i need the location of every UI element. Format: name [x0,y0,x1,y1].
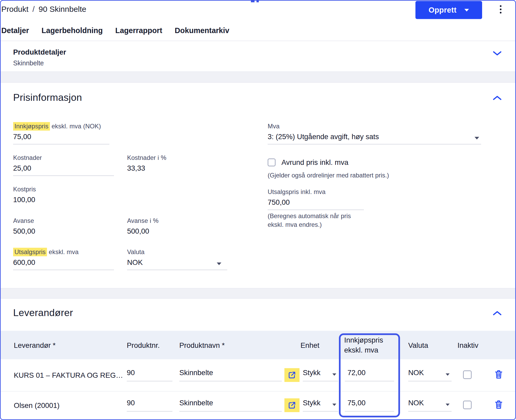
create-button-label: Opprett [429,6,456,14]
unit-value[interactable]: Stykk [303,399,321,407]
sales-price-excl-value[interactable]: 600,00 [13,258,114,267]
purchase-price-input[interactable]: Innkjøpspris ekskl. mva (NOK) 75,00 [13,123,109,145]
row-currency-value[interactable]: NOK [408,399,424,407]
tab-bar: Detaljer Lagerbeholdning Lagerrapport Do… [0,26,516,41]
annotation-artifact [256,0,259,2]
product-name-input[interactable]: Skinnbelte [179,369,282,381]
kebab-dot [500,12,502,13]
sales-price-incl-input[interactable]: Utsalgspris inkl. mva 750,00 [268,188,364,210]
margin-pct-label: Avanse i % [127,217,159,225]
supplier-purchase-price-value[interactable]: 75,00 [348,399,366,407]
purchase-price-label-rest: ekskl. mva (NOK) [50,123,101,130]
cost-price-field: Kostpris 100,00 [13,186,36,204]
product-no-value[interactable]: 90 [127,399,135,407]
tab-dokumentarkiv[interactable]: Dokumentarkiv [175,26,229,36]
col-purchase-price-line2: ekskl. mva [344,346,378,355]
row-currency-value[interactable]: NOK [408,369,424,377]
unit-select[interactable]: Stykk [303,369,338,381]
sales-price-incl-label: Utsalgspris inkl. mva [268,188,364,196]
product-name-value[interactable]: Skinnbelte [179,399,213,407]
external-link-icon[interactable] [288,401,296,410]
tab-detaljer[interactable]: Detaljer [1,26,29,36]
supplier-name: KURS 01 – FAKTURA OG REG… [14,371,123,380]
sales-price-incl-value[interactable]: 750,00 [268,198,364,207]
vat-label: Mva [268,123,481,130]
suppliers-section-title: Leverandører [13,307,73,318]
external-link-icon[interactable] [288,371,296,380]
round-price-checkbox[interactable] [268,159,276,166]
sales-price-excl-label: Utsalgspris ekskl. mva [13,248,114,256]
vat-select[interactable]: Mva 3: (25%) Utgående avgift, høy sats [268,123,481,145]
note-line-2: ekskl. mva endres.) [268,220,351,229]
chevron-down-icon[interactable] [474,137,479,139]
col-currency: Valuta [408,341,428,350]
tab-lagerbeholdning[interactable]: Lagerbeholdning [42,26,103,36]
inactive-checkbox[interactable] [463,370,472,379]
unit-select[interactable]: Stykk [303,399,338,412]
sales-price-incl-note: (Beregnes automatisk når pris ekskl. mva… [268,212,351,229]
highlight-utsalgspris: Utsalgspris [13,248,47,256]
costs-input[interactable]: Kostnader 25,00 [13,154,114,176]
product-no-input[interactable]: 90 [127,399,173,412]
product-name-input[interactable]: Skinnbelte [179,399,282,412]
product-details-subtitle: Skinnbelte [13,59,66,67]
costs-value[interactable]: 25,00 [13,164,114,173]
col-product-no: Produktnr. [127,341,160,350]
product-no-value[interactable]: 90 [127,369,135,377]
col-unit: Enhet [301,341,319,350]
margin-pct-field: Avanse i % 500,00 [127,217,159,236]
chevron-down-icon[interactable] [332,404,336,406]
chevron-down-icon[interactable] [465,9,469,11]
currency-select[interactable]: Valuta NOK [127,248,227,270]
product-details-title: Produktdetaljer [13,48,66,57]
sales-price-excl-input[interactable]: Utsalgspris ekskl. mva 600,00 [13,248,114,270]
highlight-external-link [285,398,300,412]
annotation-artifact [251,0,255,2]
round-price-checkbox-row: Avrund pris inkl. mva [268,158,348,167]
margin-field: Avanse 500,00 [13,217,35,236]
supplier-row: KURS 01 – FAKTURA OG REG… 90 Skinnbelte … [0,359,516,391]
highlight-external-link [285,368,300,382]
costs-pct-value: 33,33 [127,164,166,173]
product-details-card: Produktdetaljer Skinnbelte [13,48,66,67]
tab-lagerrapport[interactable]: Lagerrapport [115,26,162,36]
round-price-checkbox-label: Avrund pris inkl. mva [281,158,348,167]
chevron-down-icon[interactable] [332,374,336,376]
delete-row-button[interactable] [494,370,503,381]
round-price-note: (Gjelder også ordrelinjer med rabattert … [268,171,389,180]
create-button[interactable]: Opprett [415,1,482,19]
sales-price-excl-label-rest: ekskl. mva [47,248,79,255]
trash-icon [494,370,503,380]
breadcrumb-product-link[interactable]: Produkt [1,5,28,14]
kebab-menu-button[interactable] [498,3,503,15]
row-currency-select[interactable]: NOK [408,399,452,412]
product-page: Produkt / 90 Skinnbelte Opprett Detaljer… [0,0,516,420]
product-name-value[interactable]: Skinnbelte [179,369,213,377]
purchase-price-value[interactable]: 75,00 [13,133,109,141]
col-purchase-price-line1: Innkjøpspris [344,336,383,345]
chevron-up-icon[interactable] [493,95,502,102]
margin-label: Avanse [13,217,35,225]
purchase-price-label: Innkjøpspris ekskl. mva (NOK) [13,123,109,130]
col-supplier: Leverandør * [14,341,56,350]
chevron-up-icon[interactable] [493,311,502,317]
inactive-checkbox[interactable] [463,401,472,409]
chevron-down-icon[interactable] [446,374,450,376]
supplier-name: Olsen (20001) [14,401,60,410]
supplier-purchase-price-value[interactable]: 72,00 [348,369,366,377]
supplier-purchase-price-input[interactable]: 72,00 [345,369,394,381]
section-separator [0,72,516,83]
currency-label: Valuta [127,248,227,256]
supplier-row: Olsen (20001) 90 Skinnbelte Stykk 75,00 … [0,391,516,419]
chevron-down-icon[interactable] [446,404,450,406]
vat-value[interactable]: 3: (25%) Utgående avgift, høy sats [268,133,481,141]
product-no-input[interactable]: 90 [127,369,173,381]
supplier-purchase-price-input[interactable]: 75,00 [345,399,394,412]
unit-value[interactable]: Stykk [303,369,321,377]
section-separator [0,288,516,299]
currency-value[interactable]: NOK [127,258,227,267]
chevron-down-icon[interactable] [493,51,502,57]
delete-row-button[interactable] [494,400,503,411]
row-currency-select[interactable]: NOK [408,369,452,381]
chevron-down-icon[interactable] [217,262,221,265]
